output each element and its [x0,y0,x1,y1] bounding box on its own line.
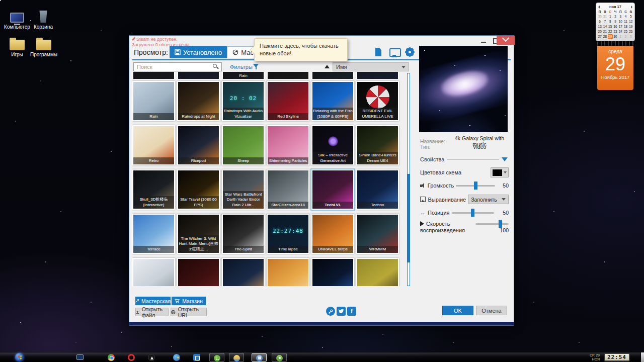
wallpaper-tile[interactable]: Sheep [222,125,265,165]
desktop-icon-games[interactable]: Игры [4,33,30,57]
calendar-day[interactable]: 10 [618,19,623,24]
taskbar-button-explorer[interactable] [229,353,244,362]
color-scheme-dropdown[interactable] [491,167,509,177]
taskbar-button-app-green[interactable] [272,353,287,362]
wallpaper-tile[interactable]: Relaxing with the Fish [1080P & 60FPS] [311,81,354,121]
close-button[interactable] [497,36,515,45]
desktop-icon-recycle-bin[interactable]: Корзина [30,6,56,30]
wallpaper-tile[interactable] [132,258,175,286]
wallpaper-tile[interactable] [356,258,399,286]
search-input[interactable] [133,62,222,71]
taskbar-icon-opera[interactable] [128,354,135,361]
start-button[interactable] [15,353,24,361]
volume-slider[interactable] [456,182,495,190]
calendar-day[interactable]: 20 [597,29,602,34]
calendar-day[interactable]: 1 [608,14,613,19]
store-button[interactable]: Магазин [172,297,206,305]
wallpaper-tile[interactable]: Shimmering Particles [267,125,309,165]
calendar-day[interactable]: 1 [618,34,623,39]
speed-slider[interactable] [475,220,509,228]
calendar-day[interactable]: 24 [618,29,623,34]
wallpaper-tile[interactable]: RESIDENT EVIL UMBRELLA LIVE [356,81,399,121]
wallpaper-tile[interactable]: TechLVL [311,169,354,210]
show-desktop-button[interactable] [640,352,644,362]
wallpaper-tile-partial[interactable] [177,72,220,79]
calendar-day[interactable]: 17 [618,24,623,29]
taskbar-icon-display[interactable] [76,354,84,360]
position-slider[interactable] [452,209,494,217]
taskbar-button-wallpaper-active[interactable] [252,353,267,362]
open-url-button[interactable]: Открыть URL [171,308,207,316]
wallpaper-tile[interactable]: Skull_3D抢楼头 [Interactive] [132,169,175,210]
wallpaper-tile-partial[interactable] [356,72,399,79]
calendar-day[interactable]: 6 [597,19,602,24]
wallpaper-tile-partial[interactable]: Rain [222,72,265,79]
calendar-day[interactable]: 27 [597,34,602,39]
ok-button[interactable]: OK [442,306,473,315]
sort-dropdown[interactable]: Имя [333,62,409,71]
grid-scrollbar[interactable] [407,73,410,286]
calendar-day[interactable]: 23 [613,29,618,34]
wallpaper-tile[interactable]: Red Skyline [267,81,309,121]
facebook-icon[interactable]: f [347,307,356,316]
wallpaper-tile[interactable]: Terrace [132,214,175,254]
wallpaper-tile[interactable]: UNRAVEL 60fps [311,214,354,254]
taskbar-icon-app-blue[interactable] [173,354,180,361]
calendar-day[interactable]: 7 [602,19,607,24]
wallpaper-tile[interactable]: StarCitizen-area18 [267,169,309,210]
calendar-day[interactable]: 18 [623,24,628,29]
wallpaper-tile[interactable]: Star Wars Battlefront Darth Vader Endor … [222,169,265,210]
calendar-day[interactable]: 14 [602,24,607,29]
calendar-day[interactable]: 3 [618,14,623,19]
calendar-day[interactable]: 2 [613,14,618,19]
steam-social-icon[interactable] [326,307,335,316]
wallpaper-tile[interactable]: The Witcher 3: Wild Hunt Main-Menu(巫师3:狂… [177,214,220,254]
calendar-day[interactable]: 15 [608,24,613,29]
wallpaper-tile[interactable]: The-Spirit [222,214,265,254]
taskbar-button-utorrent[interactable] [209,353,224,362]
taskbar-clock[interactable]: 22:54 [604,353,630,361]
wallpaper-tile[interactable] [267,258,309,286]
wallpaper-tile[interactable]: Retro [132,125,175,165]
wallpaper-tile[interactable] [311,258,354,286]
wallpaper-tile[interactable]: Star Travel (1080 60 FPS) [177,169,220,210]
calendar-day[interactable]: 11 [623,19,628,24]
twitter-icon[interactable] [337,307,346,316]
minimize-button[interactable] [479,38,489,45]
collapse-triangle-icon[interactable] [502,157,508,161]
wallpaper-tile[interactable]: Techno [356,169,399,210]
prev-month-button[interactable] [598,6,600,9]
taskbar-icon-chrome[interactable] [108,354,115,361]
wallpaper-tile[interactable]: Ricepod [177,125,220,165]
calendar-day[interactable]: 28 [602,34,607,39]
alignment-dropdown[interactable]: Заполнить [468,195,509,204]
display-settings-icon[interactable] [389,48,399,57]
desktop-icon-computer[interactable]: Компьютер [4,6,30,30]
filters-link[interactable]: Фильтры [230,64,253,70]
wallpaper-tile[interactable]: 22:27:48Time lapse [267,214,309,254]
calendar-day[interactable]: 25 [623,29,628,34]
calendar-day[interactable]: 30 [613,34,618,39]
calendar-day[interactable]: 29 [608,34,613,39]
wallpaper-tile-partial[interactable] [132,72,175,79]
calendar-day[interactable]: 16 [613,24,618,29]
filter-funnel-icon[interactable] [253,64,259,69]
calendar-day[interactable]: 21 [602,29,607,34]
workshop-button[interactable]: Мастерская [135,297,171,305]
calendar-day[interactable]: 26 [628,29,633,34]
calendar-day[interactable]: 13 [597,24,602,29]
wallpaper-tile-partial[interactable] [267,72,309,79]
tab-installed[interactable]: Установлено [170,46,227,58]
calendar-day[interactable]: 9 [613,19,618,24]
wallpaper-tile[interactable]: Silk – Interactive Generative Art [311,125,354,165]
wallpaper-tile[interactable]: 20 : 02Raindrops With Audio Vizualizer [222,81,265,121]
wallpaper-tile-partial[interactable] [311,72,354,79]
settings-gear-icon[interactable] [405,48,415,57]
calendar-day[interactable]: 12 [628,19,633,24]
open-file-button[interactable]: Открыть файл [135,308,169,316]
desktop-icon-programs[interactable]: Программы [28,33,59,57]
calendar-day[interactable]: 8 [608,19,613,24]
next-month-button[interactable] [631,6,632,9]
cancel-button[interactable]: Отмена [476,306,507,315]
taskbar-icon-app-square[interactable] [193,354,200,361]
